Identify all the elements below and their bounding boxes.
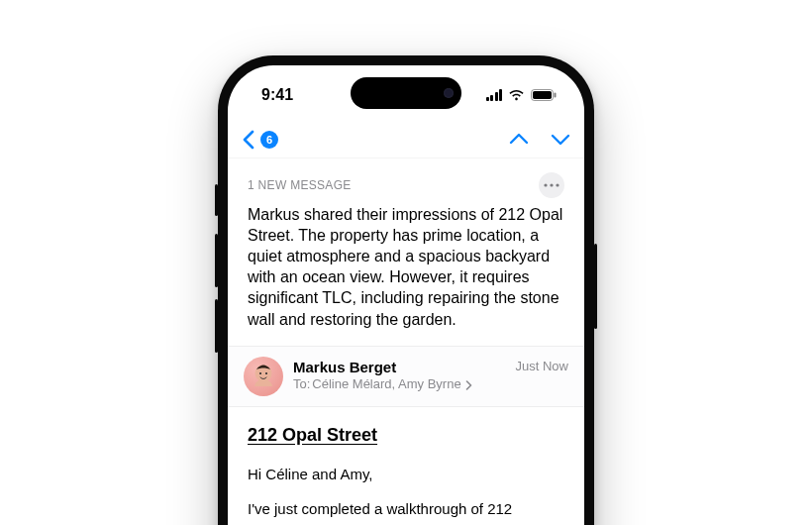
sender-name: Markus Berget — [293, 359, 506, 376]
mail-content: 1 NEW MESSAGE Markus shared their impres… — [228, 158, 584, 525]
chevron-down-icon — [551, 133, 570, 146]
to-line[interactable]: To: Céline Mélard, Amy Byrne — [293, 376, 506, 393]
memoji-face-icon — [250, 363, 277, 390]
back-button[interactable]: 6 — [242, 130, 278, 150]
status-time: 9:41 — [261, 86, 293, 104]
subject: 212 Opal Street — [248, 425, 564, 446]
svg-point-5 — [556, 183, 558, 186]
more-button[interactable] — [539, 172, 564, 198]
chevron-left-icon — [242, 130, 254, 150]
summary-label: 1 NEW MESSAGE — [248, 178, 352, 192]
timestamp: Just Now — [516, 359, 568, 373]
summary-text: Markus shared their impressions of 212 O… — [248, 204, 564, 330]
battery-icon — [531, 89, 557, 101]
chevron-up-icon — [509, 133, 529, 146]
svg-point-8 — [265, 372, 267, 374]
volume-down-button — [215, 299, 218, 353]
to-names: Céline Mélard, Amy Byrne — [312, 376, 460, 393]
screen: 9:41 — [228, 65, 584, 525]
side-button — [215, 184, 218, 216]
sender-row[interactable]: Markus Berget To: Céline Mélard, Amy Byr… — [228, 346, 584, 407]
avatar — [244, 357, 283, 396]
svg-rect-2 — [555, 93, 557, 98]
unread-badge: 6 — [260, 131, 278, 149]
message-body: 212 Opal Street Hi Céline and Amy, I've … — [228, 407, 584, 519]
svg-point-7 — [259, 372, 261, 374]
body-line: I've just completed a walkthrough of 212 — [248, 498, 564, 519]
svg-rect-1 — [533, 91, 552, 99]
greeting-line: Hi Céline and Amy, — [248, 464, 564, 484]
ellipsis-icon — [544, 183, 559, 187]
wifi-icon — [508, 89, 525, 101]
status-bar: 9:41 — [228, 65, 584, 119]
next-message-button[interactable] — [551, 133, 570, 146]
to-prefix: To: — [293, 376, 310, 393]
power-button — [594, 244, 597, 329]
chevron-right-icon — [465, 380, 472, 390]
svg-point-4 — [550, 183, 553, 186]
cellular-signal-icon — [486, 89, 503, 101]
summary-block: 1 NEW MESSAGE Markus shared their impres… — [228, 158, 584, 346]
phone-frame: 9:41 — [218, 55, 594, 525]
status-indicators — [486, 89, 558, 101]
app-screenshot: 9:41 — [0, 0, 812, 525]
nav-bar: 6 — [228, 121, 584, 158]
volume-up-button — [215, 234, 218, 287]
prev-message-button[interactable] — [509, 133, 529, 146]
svg-point-3 — [544, 183, 547, 186]
body-text: Hi Céline and Amy, I've just completed a… — [248, 464, 564, 519]
